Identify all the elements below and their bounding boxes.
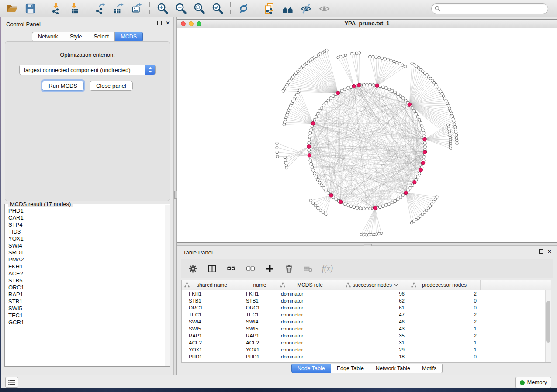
cell: 18 <box>343 353 408 360</box>
float-panel-icon[interactable] <box>157 21 162 25</box>
console-button[interactable] <box>5 377 18 388</box>
cell: 46 <box>343 318 408 325</box>
column-label: successor nodes <box>353 282 392 288</box>
new-network-from-selection-button[interactable] <box>261 1 277 16</box>
table-scrollbar[interactable] <box>545 290 551 362</box>
cell: 1 <box>408 339 481 346</box>
mcds-result-item[interactable]: STP4 <box>8 221 165 228</box>
zoom-fit-button[interactable] <box>191 1 207 16</box>
export-image-button[interactable] <box>129 1 145 16</box>
table-panel-title: Table Panel <box>183 249 213 256</box>
tab-select[interactable]: Select <box>88 32 115 41</box>
zoom-in-button[interactable] <box>155 1 170 16</box>
mcds-result-item[interactable]: ACE2 <box>8 270 165 277</box>
mcds-result-item[interactable]: RAP1 <box>8 291 165 298</box>
tab-mcds[interactable]: MCDS <box>115 32 143 41</box>
cell: dominator <box>277 332 343 339</box>
table-row-PHD1[interactable]: PHD1PHD1dominator180 <box>182 353 551 360</box>
show-all-icon <box>318 3 330 14</box>
column-header-MCDS-role[interactable]: MCDS role <box>277 280 343 290</box>
mcds-result-item[interactable]: TID3 <box>8 228 165 235</box>
show-columns-button[interactable] <box>207 263 217 274</box>
shared-column-icon <box>280 282 285 288</box>
network-canvas[interactable] <box>177 28 557 242</box>
tab-style[interactable]: Style <box>64 32 88 41</box>
column-header-name[interactable]: name <box>242 280 277 290</box>
table-row-SWI4[interactable]: SWI4SWI4dominator462 <box>182 318 551 325</box>
table-row-YOX1[interactable]: YOX1YOX1connector291 <box>182 346 551 353</box>
mcds-result-item[interactable]: STB1 <box>8 298 165 305</box>
window-minimize-icon[interactable] <box>189 21 194 26</box>
mcds-result-item[interactable]: CAR1 <box>8 214 165 221</box>
mcds-result-item[interactable]: SWI4 <box>8 242 165 249</box>
tab-node-table[interactable]: Node Table <box>291 364 331 373</box>
network-window-titlebar[interactable]: YPA_prune.txt_1 <box>177 20 557 28</box>
window-close-icon[interactable] <box>181 21 186 26</box>
delete-row-icon <box>284 264 294 273</box>
memory-button[interactable]: Memory <box>515 377 551 388</box>
save-session-button[interactable] <box>22 1 38 16</box>
export-table-button[interactable] <box>111 1 126 16</box>
network-graph[interactable] <box>177 28 557 242</box>
cell: ACE2 <box>182 339 242 346</box>
close-panel-button[interactable]: Close panel <box>90 81 133 91</box>
mcds-result-item[interactable]: TEC1 <box>8 312 165 319</box>
search-input[interactable] <box>431 3 548 14</box>
first-neighbors-icon <box>282 3 294 14</box>
import-network-button[interactable] <box>48 1 64 16</box>
horizontal-split-divider[interactable] <box>177 243 557 246</box>
mcds-result-item[interactable]: STB5 <box>8 277 165 284</box>
select-all-button[interactable] <box>226 263 236 274</box>
mcds-result-item[interactable]: PHD1 <box>8 207 165 214</box>
tab-network-table[interactable]: Network Table <box>370 364 416 373</box>
settings-button[interactable] <box>187 263 198 274</box>
table-row-FKH1[interactable]: FKH1FKH1dominator962 <box>182 290 551 297</box>
table-row-STB1[interactable]: STB1STB1dominator620 <box>182 297 551 304</box>
new-network-from-selection-icon <box>263 3 275 14</box>
optimization-criterion-dropdown[interactable]: largest connected component (undirected) <box>19 65 156 75</box>
mcds-result-item[interactable]: SRD1 <box>8 249 165 256</box>
mcds-result-item[interactable]: PMA2 <box>8 256 165 263</box>
show-columns-icon <box>208 264 217 273</box>
zoom-selected-button[interactable] <box>210 1 225 16</box>
open-session-button[interactable] <box>4 1 20 16</box>
export-network-button[interactable] <box>92 1 108 16</box>
deselect-all-button[interactable] <box>245 263 256 274</box>
mcds-result-item[interactable]: YOX1 <box>8 235 165 242</box>
column-header-successor-nodes[interactable]: successor nodes <box>343 280 408 290</box>
mcds-result-item[interactable]: ORC1 <box>8 284 165 291</box>
run-mcds-button[interactable]: Run MCDS <box>42 81 84 91</box>
delete-row-button[interactable] <box>284 263 294 274</box>
column-header-shared-name[interactable]: shared name <box>182 280 242 290</box>
tab-network[interactable]: Network <box>32 32 64 41</box>
zoom-out-button[interactable] <box>173 1 189 16</box>
first-neighbors-button[interactable] <box>280 1 295 16</box>
control-panel-header: Control Panel ✕ <box>1 17 173 30</box>
mcds-result-item[interactable]: GCR1 <box>8 319 165 326</box>
close-table-panel-icon[interactable]: ✕ <box>547 249 552 254</box>
column-header-predecessor-nodes[interactable]: predecessor nodes <box>408 280 481 290</box>
import-network-icon <box>50 3 62 14</box>
toolbar-separator <box>43 2 43 15</box>
window-zoom-icon[interactable] <box>197 21 201 26</box>
vertical-split-divider[interactable] <box>173 17 177 375</box>
close-panel-icon[interactable]: ✕ <box>166 21 170 25</box>
tab-edge-table[interactable]: Edge Table <box>331 364 370 373</box>
tab-motifs[interactable]: Motifs <box>416 364 443 373</box>
table-row-RAP1[interactable]: RAP1RAP1dominator352 <box>182 332 551 339</box>
show-all-button[interactable] <box>316 1 332 16</box>
mcds-result-scrollbar[interactable] <box>165 205 170 366</box>
toolbar-separator <box>256 2 256 15</box>
table-row-TEC1[interactable]: TEC1TEC1connector472 <box>182 311 551 318</box>
table-row-SWI5[interactable]: SWI5SWI5connector431 <box>182 325 551 332</box>
table-scrollbar-thumb[interactable] <box>546 301 550 343</box>
apply-preferred-layout-button[interactable] <box>235 1 251 16</box>
hide-selected-button[interactable] <box>298 1 314 16</box>
float-table-panel-icon[interactable] <box>539 249 543 254</box>
mcds-result-item[interactable]: FKH1 <box>8 263 165 270</box>
table-row-ACE2[interactable]: ACE2ACE2connector311 <box>182 339 551 346</box>
add-row-button[interactable] <box>264 263 275 274</box>
table-row-ORC1[interactable]: ORC1ORC1dominator610 <box>182 304 551 311</box>
import-table-button[interactable] <box>66 1 82 16</box>
mcds-result-item[interactable]: SWI5 <box>8 305 165 312</box>
